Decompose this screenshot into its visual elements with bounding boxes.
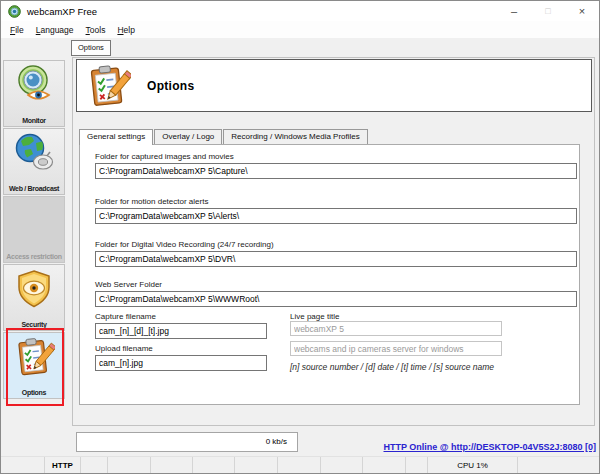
tab-overlay-logo[interactable]: Overlay / Logo	[154, 129, 222, 144]
title-bar: webcamXP Free – □ ×	[1, 1, 599, 21]
sidebar-item-label: Options	[4, 389, 64, 396]
live-page-title-input-1[interactable]	[290, 321, 502, 336]
capture-filename-label: Capture filename	[95, 312, 156, 321]
statusbar-cell	[193, 457, 235, 473]
statusbar-cell	[363, 457, 406, 473]
upload-filename-label: Upload filename	[95, 344, 153, 353]
menu-language[interactable]: Language	[30, 24, 80, 36]
menu-tools[interactable]: Tools	[80, 24, 112, 36]
statusbar-cell	[518, 457, 599, 473]
status-bar: HTTP CPU 1%	[1, 456, 599, 473]
options-panel: Options General settings Overlay / Logo …	[72, 57, 595, 426]
menu-file[interactable]: File	[4, 24, 30, 36]
sidebar-item-label: Web / Broadcast	[4, 185, 64, 192]
live-page-title-input-2[interactable]	[290, 341, 502, 356]
clipboard-pencil-icon	[85, 63, 131, 109]
web-server-folder-label: Web Server Folder	[95, 280, 162, 289]
sidebar-item-options[interactable]: Options	[3, 332, 65, 399]
statusbar-cell	[108, 457, 151, 473]
window-controls: – □ ×	[497, 1, 599, 21]
capture-folder-label: Folder for captured images and movies	[95, 152, 234, 161]
statusbar-cell	[1, 457, 45, 473]
sidebar-item-label: Security	[4, 321, 64, 328]
capture-folder-input[interactable]	[95, 163, 577, 179]
dvr-folder-label: Folder for Digital Video Recording (24/7…	[95, 240, 274, 249]
menu-bar: File Language Tools Help	[1, 21, 599, 38]
page-title: Options	[147, 79, 194, 93]
sidebar: Monitor Web / Broadcast Access restricti…	[1, 57, 67, 456]
live-page-title-label: Live page title	[290, 312, 339, 321]
statusbar-cell	[81, 457, 108, 473]
general-settings-panel: Folder for captured images and movies Fo…	[79, 144, 580, 405]
tab-recording-wm-profiles[interactable]: Recording / Windows Media Profiles	[223, 129, 368, 144]
page-header: Options	[76, 59, 592, 112]
menu-help[interactable]: Help	[111, 24, 140, 36]
options-window-tab[interactable]: Options	[71, 40, 111, 56]
statusbar-cell	[235, 457, 278, 473]
tab-general-settings[interactable]: General settings	[79, 129, 153, 145]
sidebar-item-label: Monitor	[4, 117, 64, 124]
statusbar-cpu: CPU 1%	[428, 457, 518, 473]
minimize-button[interactable]: –	[497, 1, 531, 21]
sidebar-item-access-restriction: Access restriction	[3, 196, 65, 263]
statusbar-cell	[406, 457, 428, 473]
app-window: webcamXP Free – □ × File Language Tools …	[0, 0, 600, 474]
settings-tab-control: General settings Overlay / Logo Recordin…	[79, 129, 580, 405]
dvr-folder-input[interactable]	[95, 251, 577, 267]
body-row: Monitor Web / Broadcast Access restricti…	[1, 57, 599, 456]
main-area: Options General settings Overlay / Logo …	[67, 57, 599, 456]
app-icon	[8, 5, 21, 18]
tab-strip: General settings Overlay / Logo Recordin…	[79, 129, 580, 144]
upload-filename-input[interactable]	[95, 355, 267, 371]
sidebar-item-security[interactable]: Security	[3, 264, 65, 331]
sidebar-item-monitor[interactable]: Monitor	[3, 60, 65, 127]
statusbar-cell	[278, 457, 321, 473]
filename-placeholders-note: [n] source number / [d] date / [t] time …	[290, 362, 494, 372]
alerts-folder-input[interactable]	[95, 208, 577, 224]
bandwidth-indicator: 0 kb/s	[76, 432, 298, 452]
web-server-folder-input[interactable]	[95, 291, 577, 307]
alerts-folder-label: Folder for motion detector alerts	[95, 197, 208, 206]
maximize-button[interactable]: □	[531, 1, 565, 21]
statusbar-cell	[151, 457, 193, 473]
toolbar-row: Options	[1, 38, 599, 57]
sidebar-item-label: Access restriction	[4, 253, 64, 260]
window-title: webcamXP Free	[27, 6, 97, 17]
statusbar-cell	[321, 457, 363, 473]
http-server-link[interactable]: HTTP Online @ http://DESKTOP-04V5S2J:808…	[384, 442, 597, 452]
capture-filename-input[interactable]	[95, 323, 267, 339]
close-button[interactable]: ×	[565, 1, 599, 21]
sidebar-item-web-broadcast[interactable]: Web / Broadcast	[3, 128, 65, 195]
statusbar-http: HTTP	[45, 457, 81, 473]
